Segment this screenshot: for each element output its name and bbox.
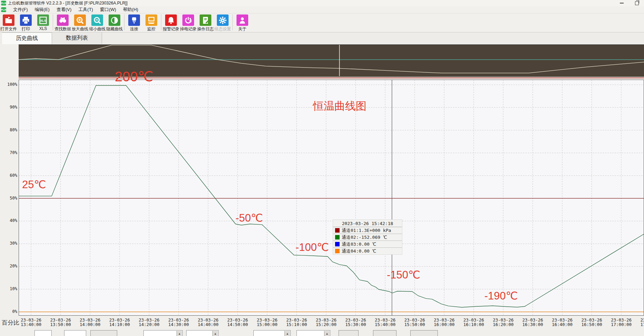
toolbar-button-zoom-out[interactable]: 缩小曲线 bbox=[89, 13, 106, 32]
bottom-input[interactable] bbox=[34, 330, 52, 336]
chart-annotation: -100℃ bbox=[295, 242, 329, 253]
connect-icon bbox=[128, 14, 140, 26]
spinner-icon[interactable]: ▲ bbox=[324, 331, 330, 336]
op-log-icon bbox=[200, 14, 211, 26]
channel-color-swatch-icon bbox=[335, 235, 340, 240]
chart-annotation: -190℃ bbox=[484, 291, 518, 301]
print-icon bbox=[20, 14, 32, 26]
menu-item[interactable]: 查看(V) bbox=[53, 6, 75, 13]
bottom-input[interactable]: ▲ bbox=[186, 330, 219, 336]
strip-separator-line bbox=[19, 78, 644, 78]
y-axis-label: 40% bbox=[1, 218, 17, 223]
alarm-icon bbox=[165, 14, 177, 26]
x-axis-label: 23-03-26 14:20:00 bbox=[133, 318, 164, 327]
history-chart-plot[interactable] bbox=[19, 80, 644, 316]
toolbar-button-about[interactable]: 关于 bbox=[234, 13, 251, 32]
spinner-icon[interactable]: ▲ bbox=[177, 331, 182, 336]
x-axis-label: 23-03-26 15:10:00 bbox=[281, 318, 312, 327]
toolbar-button-label: 打开文件 bbox=[0, 26, 17, 32]
window-restore-button[interactable] bbox=[632, 0, 641, 6]
config-icon bbox=[217, 14, 229, 26]
spinner-icon[interactable]: ▲ bbox=[284, 331, 290, 336]
y-axis-label: 20% bbox=[1, 264, 17, 268]
toolbar-button-label: 查找数据 bbox=[54, 26, 71, 32]
toolbar-button-config[interactable]: 组态设置 bbox=[214, 13, 231, 32]
bottom-input[interactable]: ▲ bbox=[296, 330, 330, 336]
toolbar-button-open-file[interactable]: 打开文件 bbox=[0, 13, 17, 32]
chart-annotation: 恒温曲线图 bbox=[313, 101, 366, 111]
y-axis-label: 50% bbox=[1, 196, 17, 201]
y-axis-label: 0% bbox=[1, 309, 17, 314]
monitor-icon bbox=[145, 14, 157, 26]
x-axis-label: 23-03-26 17:00:00 bbox=[606, 318, 637, 327]
power-record-icon bbox=[182, 14, 194, 26]
channel-color-swatch-icon bbox=[335, 228, 340, 233]
bottom-input[interactable]: ▲ bbox=[143, 330, 183, 336]
bottom-input[interactable] bbox=[64, 330, 86, 336]
toolbar-button-monitor[interactable]: 监控 bbox=[143, 13, 160, 32]
chart-annotation: -50℃ bbox=[235, 213, 263, 223]
x-axis-label: 23-03-26 15:40:00 bbox=[370, 318, 401, 327]
y-axis-label: 30% bbox=[1, 241, 17, 246]
x-axis-label: 23-03-26 16:40:00 bbox=[547, 318, 578, 327]
x-axis-label: 23-03-26 14:40:00 bbox=[193, 318, 224, 327]
menu-item[interactable]: 文件(F) bbox=[10, 6, 31, 13]
toolbar-button-label: 缩小曲线 bbox=[89, 26, 105, 32]
x-axis-label: 23-03-26 16:50:00 bbox=[576, 318, 607, 327]
toolbar-button-print[interactable]: 打印 bbox=[17, 13, 34, 32]
x-axis-label: 23-03-26 14:10:00 bbox=[104, 318, 135, 327]
toolbar-button-op-log[interactable]: 操作日志 bbox=[197, 13, 214, 32]
zoom-out-icon bbox=[91, 14, 103, 26]
toolbar-button-power-record[interactable]: 掉电记录 bbox=[180, 13, 197, 32]
zoom-in-icon bbox=[74, 14, 86, 26]
toolbar-button-zoom-in[interactable]: 放大曲线 bbox=[71, 13, 89, 32]
menu-bar: PLR 文件(F)编辑(E)查看(V)工具(T)窗口(W)帮助(H) bbox=[0, 6, 644, 13]
menu-item[interactable]: 编辑(E) bbox=[31, 6, 53, 13]
toolbar-separator bbox=[232, 14, 233, 30]
bottom-button[interactable] bbox=[373, 330, 396, 336]
minimize-icon bbox=[620, 3, 624, 3]
y-axis-label: 100% bbox=[1, 82, 17, 87]
toolbar-button-label: 操作日志 bbox=[197, 26, 214, 32]
x-axis-label: 23-03-26 14:50:00 bbox=[222, 318, 253, 327]
y-axis-label: 70% bbox=[1, 150, 17, 155]
about-icon bbox=[237, 14, 248, 26]
chart-annotation: 200℃ bbox=[115, 70, 153, 83]
x-axis-label: 23-03-26 15:00:00 bbox=[252, 318, 283, 327]
tab-history-curve[interactable]: 历史曲线 bbox=[2, 32, 52, 44]
overview-strip[interactable] bbox=[19, 44, 644, 77]
spinner-icon[interactable]: ▲ bbox=[212, 331, 218, 336]
application-window: PLR 上位机数据管理软件 V2.2.2.3 - [历史数据 [F:\PLR\2… bbox=[0, 0, 644, 336]
app-logo-icon: PLR bbox=[1, 1, 6, 6]
x-axis-label: 23-03-26 17:10:00 bbox=[635, 318, 644, 327]
toolbar-button-find[interactable]: 查找数据 bbox=[54, 13, 71, 32]
menu-item[interactable]: 帮助(H) bbox=[120, 6, 142, 13]
tooltip-channel-row: 通道02:-152.069 ℃ bbox=[333, 234, 402, 241]
bottom-button[interactable] bbox=[339, 330, 359, 336]
toolbar-button-connect[interactable]: 连接 bbox=[125, 13, 143, 32]
x-axis-label: 23-03-26 15:20:00 bbox=[311, 318, 342, 327]
toolbar-button-label: 放大曲线 bbox=[72, 26, 88, 32]
tooltip-channel-row: 通道03:0.00 ℃ bbox=[333, 241, 402, 248]
toolbar-button-alarm[interactable]: 报警记录 bbox=[162, 13, 180, 32]
toolbar-button-xls[interactable]: XLSXLS bbox=[34, 13, 52, 31]
menu-item[interactable]: 工具(T) bbox=[75, 6, 97, 13]
chart-annotation: -150℃ bbox=[387, 269, 420, 280]
bottom-button[interactable] bbox=[410, 330, 438, 336]
tooltip-timestamp: 2023-03-26 15:42:18 bbox=[333, 220, 402, 227]
bottom-input[interactable]: ▲ bbox=[253, 330, 291, 336]
x-axis-label: 23-03-26 15:50:00 bbox=[399, 318, 430, 327]
tab-data-list[interactable]: 数据列表 bbox=[52, 32, 102, 44]
tab-bar: 历史曲线数据列表 bbox=[0, 32, 644, 44]
tooltip-channel-row: 通道04:0.00 ℃ bbox=[333, 248, 402, 254]
x-axis-label: 23-03-26 15:30:00 bbox=[340, 318, 371, 327]
bottom-button[interactable] bbox=[90, 330, 117, 336]
toolbar-button-hide-curve[interactable]: 隐藏曲线 bbox=[106, 13, 123, 32]
x-axis-label: 23-03-26 16:20:00 bbox=[488, 318, 519, 327]
x-axis-label: 23-03-26 16:30:00 bbox=[517, 318, 548, 327]
channel-value: 通道02:-152.069 ℃ bbox=[342, 234, 387, 241]
window-minimize-button[interactable] bbox=[617, 0, 626, 6]
history-chart[interactable] bbox=[19, 80, 644, 316]
menu-item[interactable]: 窗口(W) bbox=[97, 6, 120, 13]
toolbar: 打开文件打印XLSXLS查找数据放大曲线缩小曲线隐藏曲线连接监控报警记录掉电记录… bbox=[0, 13, 644, 32]
